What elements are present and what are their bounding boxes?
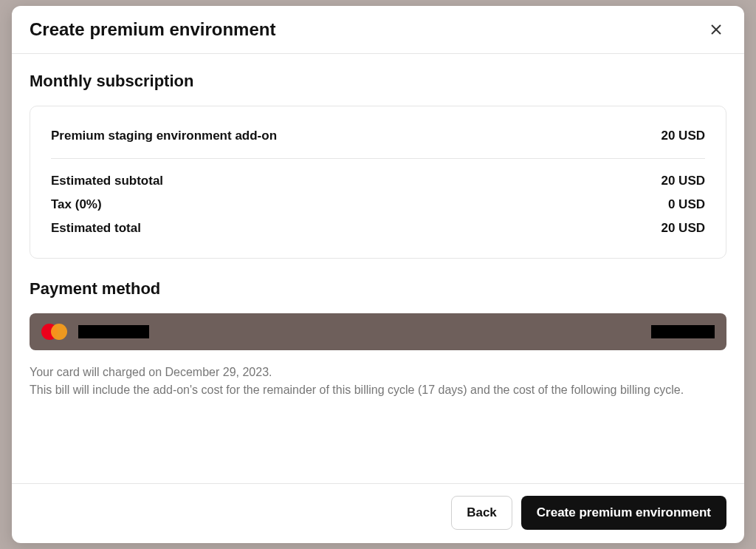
modal-header: Create premium environment — [12, 6, 744, 54]
line-item-label: Premium staging environment add-on — [51, 129, 277, 143]
mastercard-icon — [41, 324, 68, 340]
modal-title: Create premium environment — [30, 19, 275, 40]
pricing-divider — [51, 158, 705, 159]
line-item-addon: Premium staging environment add-on 20 US… — [51, 124, 705, 148]
card-left — [41, 324, 149, 340]
card-detail-redacted — [651, 325, 715, 338]
pricing-summary-box: Premium staging environment add-on 20 US… — [30, 106, 726, 259]
line-item-amount: 20 USD — [661, 129, 705, 143]
payment-method-card[interactable] — [30, 313, 726, 350]
line-total: Estimated total 20 USD — [51, 216, 705, 240]
subscription-heading: Monthly subscription — [30, 72, 726, 91]
line-subtotal: Estimated subtotal 20 USD — [51, 169, 705, 193]
billing-info-line1: Your card will charged on December 29, 2… — [30, 366, 272, 378]
subtotal-label: Estimated subtotal — [51, 174, 163, 188]
close-icon — [710, 24, 722, 35]
create-premium-environment-modal: Create premium environment Monthly subsc… — [12, 6, 744, 543]
create-premium-environment-button[interactable]: Create premium environment — [521, 496, 726, 530]
back-button[interactable]: Back — [451, 496, 512, 530]
modal-footer: Back Create premium environment — [12, 483, 744, 543]
close-button[interactable] — [706, 19, 726, 40]
billing-info-line2: This bill will include the add-on's cost… — [30, 383, 684, 396]
background-page-hints — [1, 0, 12, 549]
card-number-redacted — [78, 325, 149, 338]
payment-heading: Payment method — [30, 279, 726, 299]
tax-label: Tax (0%) — [51, 197, 102, 212]
modal-body: Monthly subscription Premium staging env… — [12, 54, 744, 483]
billing-info-text: Your card will charged on December 29, 2… — [30, 364, 726, 399]
total-label: Estimated total — [51, 221, 141, 236]
line-tax: Tax (0%) 0 USD — [51, 193, 705, 216]
total-amount: 20 USD — [661, 221, 705, 236]
subtotal-amount: 20 USD — [661, 174, 705, 188]
tax-amount: 0 USD — [668, 197, 705, 212]
